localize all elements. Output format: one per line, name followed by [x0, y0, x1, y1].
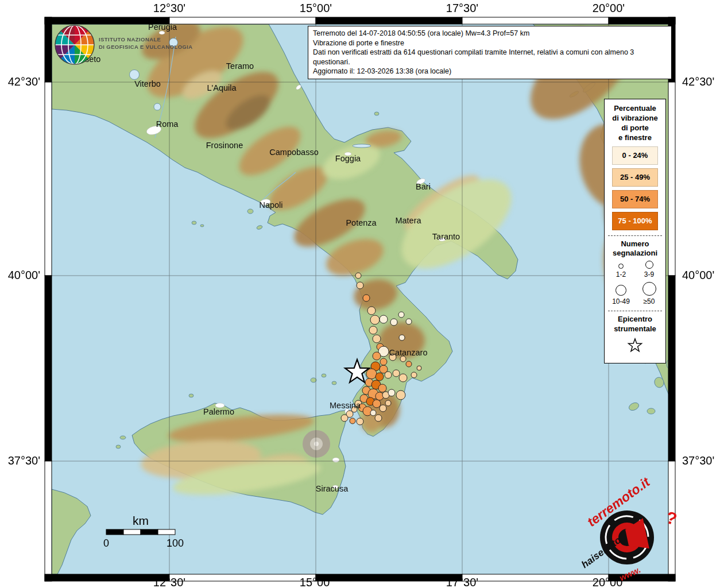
count-circle-icon — [642, 282, 656, 296]
count-class-label: ≥50 — [644, 297, 655, 305]
event-info-box: Terremoto del 14-07-2018 04:50:55 (ora l… — [308, 26, 672, 79]
legend-counts-title: segnalazioni — [607, 249, 663, 258]
event-effect: Vibrazione di porte e finestre — [313, 38, 667, 48]
legend-separator — [608, 311, 662, 311]
legend-swatches: 0 - 24%25 - 49%50 - 74%75 - 100% — [607, 146, 663, 230]
ingv-name: ISTITUTO NAZIONALE DI GEOFISICA E VULCAN… — [99, 36, 193, 51]
report-point — [396, 390, 405, 400]
report-point — [350, 418, 355, 424]
legend-title-line: di porte — [607, 123, 663, 133]
event-updated: Aggiornato il: 12-03-2026 13:38 (ora loc… — [313, 67, 667, 76]
legend-separator — [608, 235, 662, 236]
report-point — [373, 335, 381, 343]
report-point — [370, 315, 380, 324]
legend-epicenter-title: Epicentro — [607, 315, 663, 324]
report-point — [390, 319, 397, 326]
scalebar-start: 0 — [103, 537, 109, 549]
report-point — [417, 366, 421, 370]
scalebar-end: 100 — [167, 537, 184, 549]
report-point — [411, 372, 417, 378]
count-class-label: 3-9 — [644, 270, 654, 278]
report-point — [388, 389, 395, 396]
legend-count-classes: 1-23-910-49≥50 — [607, 261, 663, 305]
report-point — [376, 373, 384, 381]
count-class-label: 1-2 — [616, 270, 626, 278]
report-point — [378, 384, 386, 392]
report-point — [366, 369, 377, 379]
report-point — [370, 410, 376, 416]
scalebar-unit: km — [133, 514, 149, 527]
ingv-globe-icon — [55, 25, 94, 64]
report-point — [389, 354, 396, 361]
event-data-note: Dati non verificati estratti da 614 ques… — [313, 48, 667, 67]
legend-title-line: di vibrazione — [607, 114, 663, 123]
legend-counts-title: Numero — [607, 239, 663, 249]
count-circle-icon — [616, 285, 626, 296]
ingv-name-line1: ISTITUTO NAZIONALE — [99, 36, 193, 43]
report-point — [399, 374, 407, 382]
ingv-name-line2: DI GEOFISICA E VULCANOLOGIA — [99, 43, 193, 51]
report-point — [357, 282, 363, 289]
legend-class-swatch: 50 - 74% — [612, 190, 658, 208]
report-point — [398, 312, 404, 318]
legend-class-swatch: 0 - 24% — [612, 146, 658, 165]
event-title: Terremoto del 14-07-2018 04:50:55 (ora l… — [313, 29, 667, 38]
watermark-question-mark: ? — [664, 508, 679, 529]
legend-title-line: e finestre — [607, 133, 663, 143]
report-point — [363, 295, 370, 301]
report-point — [369, 326, 377, 334]
count-circle-icon — [618, 264, 624, 269]
legend-title-line: Percentuale — [607, 104, 663, 114]
report-point — [393, 370, 400, 377]
count-circle-icon — [645, 261, 653, 269]
report-point — [385, 372, 392, 378]
report-point — [380, 405, 386, 412]
count-class: 3-9 — [635, 261, 663, 278]
watermark-www-text: www. — [618, 564, 642, 583]
report-point — [367, 307, 376, 315]
count-class: ≥50 — [635, 282, 663, 305]
count-class-label: 10-49 — [612, 297, 630, 305]
report-point — [406, 319, 412, 324]
legend-class-swatch: 75 - 100% — [612, 212, 658, 230]
report-point — [355, 273, 361, 278]
haisentito-logo: terremoto.it haisentito www. ? — [568, 477, 712, 588]
report-point — [373, 400, 381, 408]
report-point — [375, 415, 382, 421]
report-point — [380, 315, 388, 323]
report-point — [341, 415, 348, 421]
report-point — [380, 358, 387, 365]
report-point — [373, 352, 381, 360]
report-point — [399, 335, 405, 341]
legend-epicenter-title: strumentale — [607, 324, 663, 334]
count-class: 10-49 — [607, 282, 635, 305]
legend-star-icon — [625, 335, 645, 355]
count-class: 1-2 — [607, 261, 635, 278]
legend-class-swatch: 25 - 49% — [612, 168, 658, 187]
report-point — [385, 400, 391, 406]
report-point — [406, 361, 412, 367]
haisentito-earthquake-map: km 0 100 — [0, 0, 720, 588]
legend-panel: Percentuale di vibrazione di porte e fin… — [604, 99, 666, 363]
report-point — [357, 418, 363, 425]
ingv-logo — [53, 23, 96, 67]
report-point — [400, 356, 406, 362]
etna-volcano — [303, 430, 330, 458]
